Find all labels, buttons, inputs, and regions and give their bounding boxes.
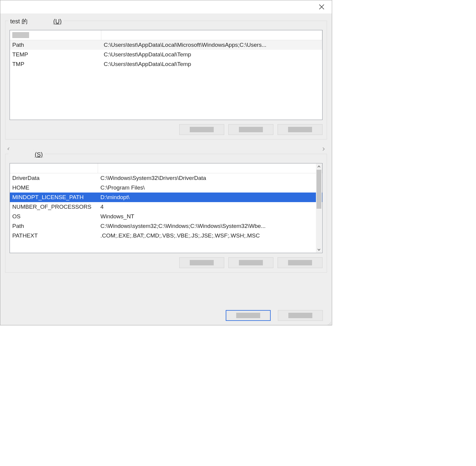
var-name-cell: Path <box>10 223 98 229</box>
user-vars-list[interactable]: PathC:\Users\test\AppData\Local\Microsof… <box>10 30 323 120</box>
system-delete-button[interactable] <box>278 257 323 268</box>
system-vars-group: (S) DriverDataC:\Windows\System32\Driver… <box>5 154 327 273</box>
table-row[interactable]: HOMEC:\Program Files\ <box>10 183 322 193</box>
env-vars-dialog: test 的 (U) PathC:\Users\test\AppData\Loc… <box>0 0 332 325</box>
table-row[interactable]: DriverDataC:\Windows\System32\Drivers\Dr… <box>10 173 322 183</box>
user-new-button[interactable] <box>179 124 224 135</box>
var-name-cell: TEMP <box>10 51 101 58</box>
user-header-col-name[interactable] <box>10 30 101 40</box>
table-row[interactable]: PathC:\Users\test\AppData\Local\Microsof… <box>10 40 322 50</box>
user-vars-legend-obscured <box>29 17 52 23</box>
system-edit-button[interactable] <box>228 257 273 268</box>
user-vars-group: test 的 (U) PathC:\Users\test\AppData\Loc… <box>5 21 327 139</box>
system-vars-buttons <box>10 257 323 268</box>
close-button[interactable] <box>315 1 328 12</box>
var-value-cell: C:\Windows\System32\Drivers\DriverData <box>98 175 322 181</box>
dialog-footer-buttons <box>226 310 323 321</box>
var-name-cell: PATHEXT <box>10 232 98 239</box>
user-edit-button[interactable] <box>228 124 273 135</box>
var-value-cell: Windows_NT <box>98 213 322 220</box>
table-row[interactable]: TEMPC:\Users\test\AppData\Local\Temp <box>10 50 322 59</box>
var-name-cell: DriverData <box>10 175 98 181</box>
svg-point-6 <box>329 324 330 325</box>
table-row[interactable]: PathC:\Windows\system32;C:\Windows;C:\Wi… <box>10 221 322 231</box>
user-vars-legend: test 的 (U) <box>8 17 64 25</box>
user-header-col-value[interactable] <box>101 30 322 40</box>
scroll-up-button[interactable] <box>316 164 322 170</box>
var-value-cell: .COM;.EXE;.BAT;.CMD;.VBS;.VBE;.JS;.JSE;.… <box>98 232 322 239</box>
table-row[interactable]: OSWindows_NT <box>10 212 322 221</box>
var-name-cell: Path <box>10 42 101 48</box>
svg-point-4 <box>330 323 331 324</box>
nav-next[interactable] <box>320 145 327 153</box>
svg-point-5 <box>328 324 329 325</box>
chevron-up-icon <box>317 165 320 168</box>
system-list-scrollbar[interactable] <box>316 164 322 252</box>
titlebar <box>0 0 332 14</box>
var-name-cell: OS <box>10 213 98 220</box>
var-name-cell: NUMBER_OF_PROCESSORS <box>10 204 98 210</box>
var-value-cell: C:\Users\test\AppData\Local\Temp <box>101 61 322 67</box>
var-value-cell: C:\Windows\system32;C:\Windows;C:\Window… <box>98 223 322 229</box>
svg-point-2 <box>330 322 331 323</box>
system-new-button[interactable] <box>179 257 224 268</box>
system-vars-list[interactable]: DriverDataC:\Windows\System32\Drivers\Dr… <box>10 163 323 253</box>
dialog-body: test 的 (U) PathC:\Users\test\AppData\Loc… <box>0 13 332 325</box>
system-vars-legend: (S) <box>8 150 45 158</box>
var-name-cell: MINDOPT_LICENSE_PATH <box>10 194 98 201</box>
scroll-thumb[interactable] <box>317 170 321 209</box>
nav-row <box>5 145 327 153</box>
var-value-cell: C:\Program Files\ <box>98 184 322 191</box>
close-icon <box>319 4 324 10</box>
table-row[interactable]: NUMBER_OF_PROCESSORS4 <box>10 202 322 212</box>
chevron-right-icon <box>322 147 325 151</box>
var-name-cell: HOME <box>10 184 98 191</box>
system-vars-legend-mnemonic: (S) <box>35 151 43 158</box>
svg-point-7 <box>330 324 331 325</box>
user-vars-buttons <box>10 124 323 135</box>
resize-grip[interactable] <box>327 320 331 324</box>
system-vars-list-header[interactable] <box>10 163 322 173</box>
ok-button[interactable] <box>226 310 271 321</box>
user-delete-button[interactable] <box>278 124 323 135</box>
sys-header-col-name[interactable] <box>10 163 98 173</box>
scroll-track[interactable] <box>316 170 322 246</box>
user-vars-legend-prefix: test 的 <box>10 17 28 25</box>
user-vars-list-header[interactable] <box>10 30 322 40</box>
chevron-down-icon <box>317 248 320 251</box>
var-value-cell: C:\Users\test\AppData\Local\Microsoft\Wi… <box>101 42 322 48</box>
user-vars-legend-mnemonic: (U) <box>53 18 62 25</box>
var-value-cell: C:\Users\test\AppData\Local\Temp <box>101 51 322 58</box>
resize-grip-icon <box>327 321 331 325</box>
var-name-cell: TMP <box>10 61 101 67</box>
table-row[interactable]: TMPC:\Users\test\AppData\Local\Temp <box>10 59 322 69</box>
system-vars-legend-obscured <box>10 150 34 157</box>
sys-header-col-value[interactable] <box>98 163 322 173</box>
table-row[interactable]: MINDOPT_LICENSE_PATHD:\mindopt\ <box>10 193 322 202</box>
var-value-cell: 4 <box>98 204 322 210</box>
cancel-button[interactable] <box>278 310 323 321</box>
svg-point-3 <box>329 323 330 324</box>
scroll-down-button[interactable] <box>316 246 322 252</box>
table-row[interactable]: PATHEXT.COM;.EXE;.BAT;.CMD;.VBS;.VBE;.JS… <box>10 231 322 240</box>
var-value-cell: D:\mindopt\ <box>98 194 322 201</box>
